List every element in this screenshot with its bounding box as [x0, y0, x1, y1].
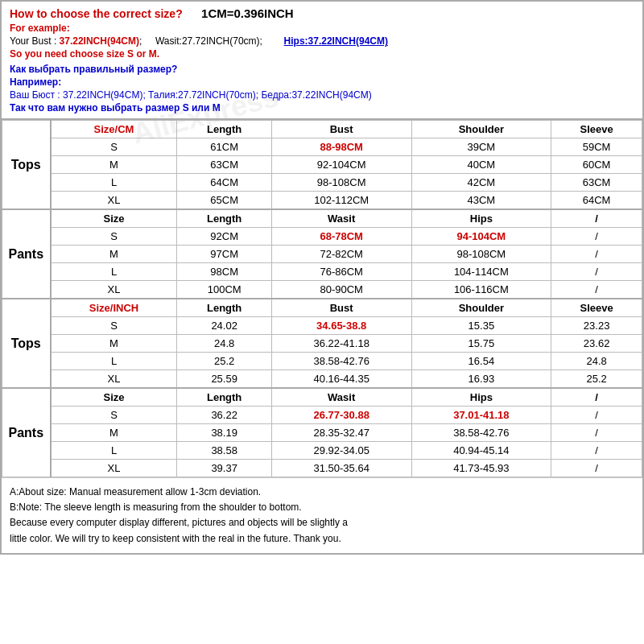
tops-inch-xl-length: 25.59 [177, 370, 271, 389]
footer-line-3: Because every computer display different… [10, 515, 634, 530]
measurements-line: Your Bust : 37.22INCH(94CM); Wasit:27.72… [10, 35, 634, 47]
pants-inch-l-size: L [51, 442, 177, 460]
pants-inch-xl-wasit: 31.50-35.64 [271, 460, 411, 477]
cm-tops-header-row: Tops Size/CM Length Bust Shoulder Sleeve [2, 121, 642, 138]
pants-cm-s-hips: 94-104CM [411, 228, 551, 246]
hips-header-1: Hips [411, 209, 551, 228]
shoulder-header-1: Shoulder [411, 121, 551, 138]
length-header-1: Length [177, 121, 271, 138]
pants-cm-m-wasit: 72-82CM [271, 246, 411, 263]
cm-pants-row-l: L 98CM 76-86CM 104-114CM / [2, 263, 642, 281]
size-inch-header: Size/INCH [51, 299, 177, 317]
russian-example: Например: [10, 76, 634, 88]
cm-pants-row-m: M 97CM 72-82CM 98-108CM / [2, 246, 642, 263]
russian-section: Как выбрать правильный размер? Например:… [10, 64, 634, 114]
pants-inch-xl-slash: / [551, 460, 642, 477]
tops-inch-m-bust: 36.22-41.18 [271, 335, 411, 353]
tops-cm-l-sleeve: 63CM [551, 174, 642, 192]
pants-cm-xl-slash: / [551, 281, 642, 299]
tops-inch-s-length: 24.02 [177, 317, 271, 335]
tops-inch-xl-bust: 40.16-44.35 [271, 370, 411, 389]
size-pants-header: Size [51, 209, 177, 228]
inch-pants-row-s: S 36.22 26.77-30.88 37.01-41.18 / [2, 407, 642, 424]
example-label: For example: [10, 23, 634, 34]
cm-pants-header-row: Pants Size Length Wasit Hips / [2, 209, 642, 228]
bust-value: 37.22INCH(94CM) [60, 35, 139, 47]
pants-cm-s-wasit: 68-78CM [271, 228, 411, 246]
tops-inch-l-sleeve: 24.8 [551, 353, 642, 370]
tops-cm-l-shoulder: 42CM [411, 174, 551, 192]
pants-inch-label: Pants [2, 388, 51, 477]
tops-inch-m-size: M [51, 335, 177, 353]
length-header-4: Length [177, 388, 271, 407]
pants-inch-xl-length: 39.37 [177, 460, 271, 477]
pants-inch-l-wasit: 29.92-34.05 [271, 442, 411, 460]
pants-inch-xl-size: XL [51, 460, 177, 477]
tops-cm-l-length: 64CM [177, 174, 271, 192]
shoulder-header-2: Shoulder [411, 299, 551, 317]
pants-cm-l-slash: / [551, 263, 642, 281]
pants-inch-l-length: 38.58 [177, 442, 271, 460]
hips-value: 37.22INCH(94CM) [308, 35, 388, 47]
length-header-2: Length [177, 209, 271, 228]
cm-pants-row-s: S 92CM 68-78CM 94-104CM / [2, 228, 642, 246]
tops-cm-xl-sleeve: 64CM [551, 192, 642, 210]
pants-cm-l-size: L [51, 263, 177, 281]
tops-cm-xl-length: 65CM [177, 192, 271, 210]
russian-title: Как выбрать правильный размер? [10, 64, 634, 75]
tops-inch-label: Tops [2, 299, 51, 388]
tops-inch-l-length: 25.2 [177, 353, 271, 370]
cm-tops-row-xl: XL 65CM 102-112CM 43CM 64CM [2, 192, 642, 210]
pants-cm-l-wasit: 76-86CM [271, 263, 411, 281]
tops-inch-l-size: L [51, 353, 177, 370]
title-line: How to choose the correct size? 1CM=0.39… [10, 6, 634, 20]
wasit-header-1: Wasit [271, 209, 411, 228]
tops-inch-m-sleeve: 23.62 [551, 335, 642, 353]
tops-inch-xl-shoulder: 16.93 [411, 370, 551, 389]
cm-pants-row-xl: XL 100CM 80-90CM 106-116CM / [2, 281, 642, 299]
tops-cm-label: Tops [2, 121, 51, 210]
conversion-text: 1CM=0.396INCH [201, 6, 294, 20]
sleeve-header-1: Sleeve [551, 121, 642, 138]
cm-tops-row-l: L 64CM 98-108CM 42CM 63CM [2, 174, 642, 192]
choose-instruction: So you need choose size S or M. [10, 48, 159, 60]
inch-tops-row-l: L 25.2 38.58-42.76 16.54 24.8 [2, 353, 642, 370]
tops-cm-m-bust: 92-104CM [271, 156, 411, 174]
hips-label: Hips: [284, 35, 308, 47]
pants-inch-m-hips: 38.58-42.76 [411, 424, 551, 442]
tops-cm-l-size: L [51, 174, 177, 192]
tops-inch-s-size: S [51, 317, 177, 335]
bust-header-1: Bust [271, 121, 411, 138]
tops-inch-s-bust: 34.65-38.8 [271, 317, 411, 335]
pants-cm-s-length: 92CM [177, 228, 271, 246]
footer-line-1: A:About size: Manual measurement allow 1… [10, 485, 634, 500]
tops-cm-xl-bust: 102-112CM [271, 192, 411, 210]
pants-cm-xl-size: XL [51, 281, 177, 299]
waist-label: Wasit: [155, 35, 182, 47]
pants-inch-m-slash: / [551, 424, 642, 442]
inch-pants-row-m: M 38.19 28.35-32.47 38.58-42.76 / [2, 424, 642, 442]
slash-header-2: / [551, 388, 642, 407]
pants-inch-m-size: M [51, 424, 177, 442]
pants-inch-m-length: 38.19 [177, 424, 271, 442]
question-text: How to choose the correct size? [10, 7, 183, 20]
tops-cm-s-bust: 88-98CM [271, 138, 411, 156]
waist-value: 27.72INCH(70cm) [182, 35, 260, 47]
pants-cm-m-hips: 98-108CM [411, 246, 551, 263]
tops-inch-l-shoulder: 16.54 [411, 353, 551, 370]
tops-cm-s-sleeve: 59CM [551, 138, 642, 156]
inch-tops-row-xl: XL 25.59 40.16-44.35 16.93 25.2 [2, 370, 642, 389]
size-chart-table: Tops Size/CM Length Bust Shoulder Sleeve… [2, 120, 642, 477]
pants-inch-s-slash: / [551, 407, 642, 424]
pants-cm-s-slash: / [551, 228, 642, 246]
pants-cm-xl-wasit: 80-90CM [271, 281, 411, 299]
inch-pants-row-xl: XL 39.37 31.50-35.64 41.73-45.93 / [2, 460, 642, 477]
inch-pants-row-l: L 38.58 29.92-34.05 40.94-45.14 / [2, 442, 642, 460]
tops-inch-s-shoulder: 15.35 [411, 317, 551, 335]
pants-inch-m-wasit: 28.35-32.47 [271, 424, 411, 442]
choose-text: So you need choose size S or M. [10, 48, 634, 60]
pants-cm-xl-hips: 106-116CM [411, 281, 551, 299]
pants-cm-m-size: M [51, 246, 177, 263]
slash-header-1: / [551, 209, 642, 228]
tops-inch-m-length: 24.8 [177, 335, 271, 353]
